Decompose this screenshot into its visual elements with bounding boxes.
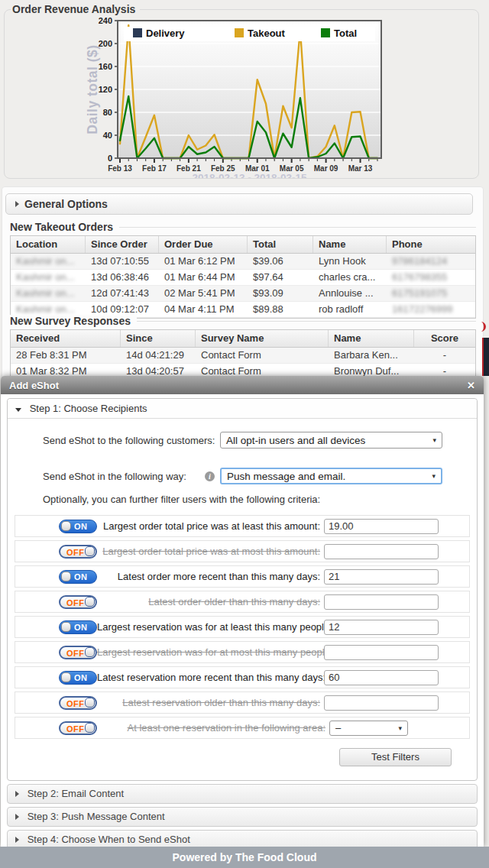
filter-value-input[interactable] (324, 695, 439, 711)
filter-value-input[interactable] (324, 670, 439, 685)
table-header-row: LocationSince OrderOrder DueTotalNamePho… (11, 236, 475, 254)
filter-row: OFFLargest order total price was at most… (15, 540, 470, 562)
filter-toggle-on[interactable]: ON (59, 620, 97, 634)
chevron-right-icon (15, 837, 19, 843)
filter-toggle-off[interactable]: OFF (59, 646, 97, 659)
toggle-state-label: ON (74, 572, 88, 581)
svg-text:80: 80 (103, 108, 112, 117)
table-row[interactable]: Kashmir on...13d 06:38:4601 Mar 6:44 PM$… (11, 270, 475, 286)
filter-row: OFFLatest order older than this many day… (15, 591, 470, 613)
toggle-knob-icon (85, 647, 95, 657)
area-select-value: – (335, 722, 341, 734)
filter-value-input[interactable] (324, 544, 439, 559)
filter-toggle-off[interactable]: OFF (59, 721, 97, 735)
dialog-title: Add eShot (9, 380, 59, 391)
filter-toggle-on[interactable]: ON (59, 570, 97, 584)
column-header: Since (121, 330, 196, 347)
toggle-knob-icon (85, 546, 95, 556)
column-header: Survey Name (196, 330, 329, 347)
svg-text:Feb 17: Feb 17 (142, 164, 167, 173)
svg-text:120: 120 (99, 85, 112, 94)
table-cell: Contact Form (196, 348, 329, 363)
survey-responses-section: New Survey Responses ReceivedSinceSurvey… (10, 321, 476, 381)
table-cell: 04 Mar 4:11 PM (159, 302, 248, 317)
chevron-right-icon (15, 201, 19, 207)
background-sidebar-sliver (482, 338, 489, 376)
toggle-knob-icon (61, 622, 71, 632)
toggle-knob-icon (85, 723, 95, 733)
general-options-label: General Options (24, 198, 108, 210)
svg-text:Delivery: Delivery (146, 28, 185, 39)
general-options-accordion[interactable]: General Options (5, 193, 473, 215)
column-header: Total (248, 236, 313, 253)
column-header: Location (11, 236, 86, 253)
filter-value-input[interactable] (324, 620, 439, 635)
svg-text:200: 200 (99, 39, 112, 48)
chevron-down-icon: ▾ (432, 472, 436, 480)
toggle-knob-icon (61, 572, 71, 581)
filters-intro-text: Optionally, you can further filter users… (43, 494, 477, 505)
step1-accordion-header[interactable]: Step 1: Choose Recipients (8, 399, 477, 419)
table-row[interactable]: Kashmir on...12d 07:41:4302 Mar 5:41 PM$… (11, 286, 475, 302)
chevron-down-icon (15, 408, 21, 412)
step3-header-label: Step 3: Push Message Content (28, 811, 165, 822)
toggle-knob-icon (61, 521, 71, 531)
toggle-state-label: ON (74, 522, 88, 531)
info-icon[interactable]: i (205, 471, 215, 481)
step2-accordion-header[interactable]: Step 2: Email Content (7, 784, 478, 804)
powered-by-text: Powered by The Food Cloud (173, 851, 317, 863)
svg-text:Daily total ($): Daily total ($) (85, 44, 100, 134)
svg-text:2018-02-13 - 2018-03-15: 2018-02-13 - 2018-03-15 (192, 172, 307, 178)
table-row[interactable]: Kashmir on...13d 07:10:5501 Mar 6:12 PM$… (11, 254, 475, 270)
table-cell: rob radloff (313, 302, 387, 317)
table-cell: $97.64 (248, 270, 313, 285)
filter-label: Latest reservation more recent than this… (97, 672, 324, 683)
survey-responses-table: ReceivedSinceSurvey NameNameScore28 Feb … (10, 329, 476, 381)
step1-header-label: Step 1: Choose Recipients (30, 403, 147, 414)
revenue-chart: 04080120160200240Feb 13Feb 17Feb 21Feb 2… (5, 10, 478, 178)
table-cell: 14d 04:21:29 (121, 348, 196, 363)
filter-rows: ONLargest order total price was at least… (15, 515, 470, 739)
filter-toggle-on[interactable]: ON (59, 520, 97, 533)
table-row[interactable]: 28 Feb 8:31 PM14d 04:21:29Contact FormBa… (11, 348, 475, 364)
svg-text:Takeout: Takeout (248, 28, 286, 39)
svg-text:Total: Total (334, 28, 357, 39)
table-cell: $93.09 (248, 286, 313, 301)
filter-toggle-off[interactable]: OFF (59, 696, 97, 710)
step2-header-label: Step 2: Email Content (28, 788, 124, 799)
filter-toggle-off[interactable]: OFF (59, 545, 97, 559)
filter-toggle-on[interactable]: ON (59, 671, 97, 685)
filter-label: Largest reservation was for at least thi… (97, 621, 324, 633)
takeout-orders-section: New Takeout Orders LocationSince OrderOr… (10, 227, 476, 319)
background-red-glyph (477, 322, 486, 332)
column-header: Name (329, 330, 414, 347)
filter-label: Largest order total price was at least t… (97, 520, 324, 532)
filter-value-input[interactable] (324, 569, 439, 585)
table-cell: 6175191075 (387, 286, 475, 301)
toggle-knob-icon (85, 698, 95, 708)
send-way-select[interactable]: Push message and email. ▾ (220, 468, 442, 484)
filter-label: Largest reservation was for at most this… (97, 646, 324, 658)
filter-value-input[interactable] (324, 594, 439, 610)
table-cell: Annlouise ... (313, 286, 387, 301)
test-filters-button[interactable]: Test Filters (339, 748, 452, 766)
step3-accordion-header[interactable]: Step 3: Push Message Content (7, 807, 478, 827)
filter-row: OFFLatest reservation older than this ma… (15, 691, 470, 714)
column-header: Since Order (86, 236, 159, 253)
takeout-orders-table: LocationSince OrderOrder DueTotalNamePho… (10, 235, 476, 319)
close-icon[interactable]: ✕ (467, 381, 475, 390)
send-way-select-value: Push message and email. (227, 471, 345, 482)
toggle-state-label: ON (74, 673, 88, 682)
table-cell: charles cra... (313, 270, 387, 285)
filter-value-input[interactable] (324, 519, 439, 534)
recipients-select[interactable]: All opt-in users and all devices ▾ (220, 432, 442, 449)
section-title: New Survey Responses (10, 315, 137, 327)
send-way-label: Send eShot in the following way: (43, 471, 205, 482)
table-cell: 13d 06:38:46 (86, 270, 159, 285)
area-select[interactable]: –▾ (329, 721, 408, 736)
toggle-state-label: OFF (66, 649, 85, 658)
filter-value-input[interactable] (324, 645, 439, 660)
toggle-state-label: ON (74, 623, 88, 632)
filter-row: ONLargest reservation was for at least t… (15, 616, 470, 638)
filter-toggle-off[interactable]: OFF (59, 595, 97, 609)
